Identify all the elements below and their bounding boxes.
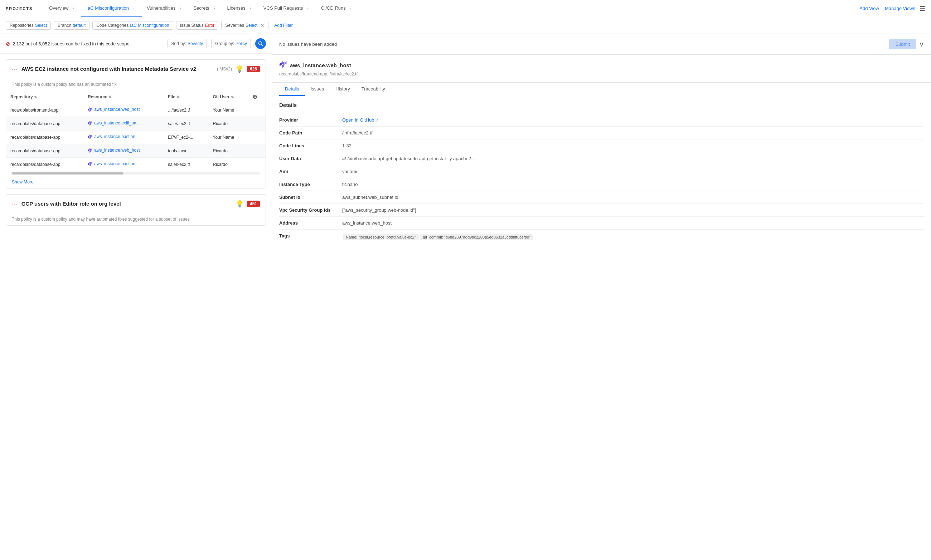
file-sort-icon[interactable]: ⇅ — [176, 95, 179, 99]
svg-marker-7 — [91, 121, 93, 124]
hamburger-icon[interactable]: ☰ — [920, 5, 925, 12]
filter-severities[interactable]: Severities Select ✕ — [221, 21, 269, 30]
vcs-dots-icon[interactable]: ⋮ — [305, 5, 311, 11]
cell-resource[interactable]: aws_instance.exfil_ba... — [83, 117, 164, 131]
issue-card-1: ··· AWS EC2 instance not configured with… — [6, 59, 266, 188]
issue-badge-1: 626 — [247, 66, 260, 72]
svg-marker-11 — [91, 134, 93, 137]
issue-table-1: Repository ⇅ Resource ⇅ File ⇅ Git User … — [6, 91, 266, 171]
issue2-dot-icon: ··· — [12, 200, 18, 208]
svg-marker-15 — [91, 148, 93, 151]
table-scrollbar[interactable] — [12, 172, 260, 174]
svg-marker-4 — [88, 108, 90, 111]
cell-repo: recardolabs/database-app — [6, 131, 83, 144]
severities-close-icon[interactable]: ✕ — [260, 23, 264, 28]
right-panel: No issues have been added Submit ∨ aws_i… — [272, 34, 931, 560]
tab-traceability[interactable]: Traceability — [356, 83, 391, 96]
search-icon — [258, 41, 263, 46]
table-row: recardolabs/database-app aws_instance.ba… — [6, 158, 266, 171]
nav-overview[interactable]: Overview ⋮ — [44, 0, 81, 17]
detail-row: ProviderOpen in GitHub ↗ — [279, 114, 924, 126]
search-button[interactable] — [255, 38, 266, 49]
tag-chip: Name: "local.resource_prefix.value-ec2" — [343, 234, 419, 240]
cell-repo: recardolabs/database-app — [6, 144, 83, 158]
tab-issues[interactable]: Issues — [305, 83, 330, 96]
detail-row: Vpc Security Group Ids["aws_security_gro… — [279, 204, 924, 217]
issue-badge-2: 451 — [247, 201, 260, 207]
group-button[interactable]: Group by: Policy — [211, 39, 251, 48]
issue-card-2: ··· GCP users with Editor role on org le… — [6, 194, 266, 226]
submit-button[interactable]: Submit — [889, 39, 916, 49]
cell-resource[interactable]: aws_instance.web_host — [83, 103, 164, 117]
detail-row: Instance Typet2.nano — [279, 178, 924, 191]
svg-marker-5 — [90, 109, 91, 112]
cell-resource[interactable]: aws_instance.bastion — [83, 131, 164, 144]
svg-marker-3 — [91, 107, 93, 110]
licenses-dots-icon[interactable]: ⋮ — [248, 5, 253, 11]
resource-title-text: aws_instance.web_host — [290, 62, 351, 68]
detail-row: Code Lines1-32 — [279, 140, 924, 152]
bulb-icon[interactable]: 💡 — [236, 65, 243, 73]
user-sort-icon[interactable]: ⇅ — [231, 95, 234, 99]
cell-file: sales-ec2.tf — [164, 117, 208, 131]
resource-path: recardolabs/frontend-app: /infra/iac/ec2… — [279, 72, 924, 77]
detail-row: TagsName: "local.resource_prefix.value-e… — [279, 229, 924, 245]
left-panel: ⊘ 2,132 out of 6,052 issues can be fixed… — [0, 34, 272, 560]
overview-dots-icon[interactable]: ⋮ — [71, 5, 76, 11]
detail-value: t2.nano — [342, 182, 924, 187]
filter-branch[interactable]: Branch default — [54, 21, 90, 30]
cell-repo: recardolabs/database-app — [6, 117, 83, 131]
add-view-button[interactable]: Add View — [859, 6, 879, 11]
detail-value: aws_instance.web_host — [342, 220, 924, 226]
tab-history[interactable]: History — [330, 83, 355, 96]
nav-cicd[interactable]: CI/CD Runs ⋮ — [316, 0, 358, 17]
nav-vulnerabilities[interactable]: Vulnerabilities ⋮ — [142, 0, 188, 17]
detail-key: Provider — [279, 117, 337, 123]
cell-resource[interactable]: aws_instance.bastion — [83, 158, 164, 171]
svg-marker-25 — [282, 64, 284, 68]
detail-value: Name: "local.resource_prefix.value-ec2"g… — [342, 233, 924, 241]
issue-dot-icon: ··· — [12, 65, 18, 73]
top-nav: PROJECTS Overview ⋮ IaC Misconfiguration… — [0, 0, 931, 17]
sort-button[interactable]: Sort by: Severity — [168, 39, 207, 48]
add-filter-button[interactable]: Add Filter — [271, 22, 295, 29]
col-file: File ⇅ — [164, 91, 208, 103]
cell-repo: recardolabs/frontend-app — [6, 103, 83, 117]
svg-line-1 — [262, 45, 263, 46]
cell-resource[interactable]: aws_instance.web_host — [83, 144, 164, 158]
tag-chip: git_commit: "d68d2897add9bc2203a5ed0632a… — [420, 234, 534, 240]
col-add[interactable]: ⊕ — [248, 91, 266, 103]
tab-details[interactable]: Details — [279, 83, 305, 96]
chevron-down-button[interactable]: ∨ — [919, 40, 924, 48]
detail-key: Code Lines — [279, 143, 337, 148]
detail-row: Addressaws_instance.web_host — [279, 217, 924, 229]
detail-row: Subnet Idaws_subnet.web_subnet.id — [279, 191, 924, 204]
repo-sort-icon[interactable]: ⇅ — [34, 95, 37, 99]
cell-user: Ricardo — [208, 144, 248, 158]
table-row: recardolabs/database-app aws_instance.ex… — [6, 117, 266, 131]
resource-sort-icon[interactable]: ⇅ — [108, 95, 111, 99]
main-layout: ⊘ 2,132 out of 6,052 issues can be fixed… — [0, 34, 931, 560]
nav-iac[interactable]: IaC Misconfiguration ⋮ — [81, 0, 142, 17]
svg-marker-24 — [279, 63, 282, 66]
nav-vcs[interactable]: VCS Pull Requests ⋮ — [258, 0, 316, 17]
cicd-dots-icon[interactable]: ⋮ — [348, 5, 354, 11]
cell-file: .../iac/ec2.tf — [164, 103, 208, 117]
manage-views-button[interactable]: Manage Views — [885, 6, 915, 11]
nav-secrets[interactable]: Secrets ⋮ — [188, 0, 222, 17]
filter-issue-status[interactable]: Issue Status Error — [176, 21, 219, 30]
nav-licenses[interactable]: Licenses ⋮ — [222, 0, 258, 17]
detail-key: Code Path — [279, 130, 337, 135]
detail-link[interactable]: Open in GitHub ↗ — [342, 117, 379, 123]
detail-value: /infra/iac/ec2.tf — [342, 130, 924, 135]
iac-dots-icon[interactable]: ⋮ — [131, 5, 137, 11]
bulb2-icon[interactable]: 💡 — [236, 200, 243, 208]
table-row: recardolabs/frontend-app aws_instance.we… — [6, 103, 266, 117]
secrets-dots-icon[interactable]: ⋮ — [212, 5, 217, 11]
detail-value: #! /bin/bashsudo apt-get updatesudo apt-… — [342, 156, 924, 161]
filter-code-categories[interactable]: Code Categories IaC Misconfiguration — [93, 21, 173, 30]
vuln-dots-icon[interactable]: ⋮ — [178, 5, 183, 11]
filter-repositories[interactable]: Repositories Select — [6, 21, 51, 30]
no-issues-text: No issues have been added — [279, 42, 337, 47]
show-more-button[interactable]: Show More — [6, 176, 39, 188]
